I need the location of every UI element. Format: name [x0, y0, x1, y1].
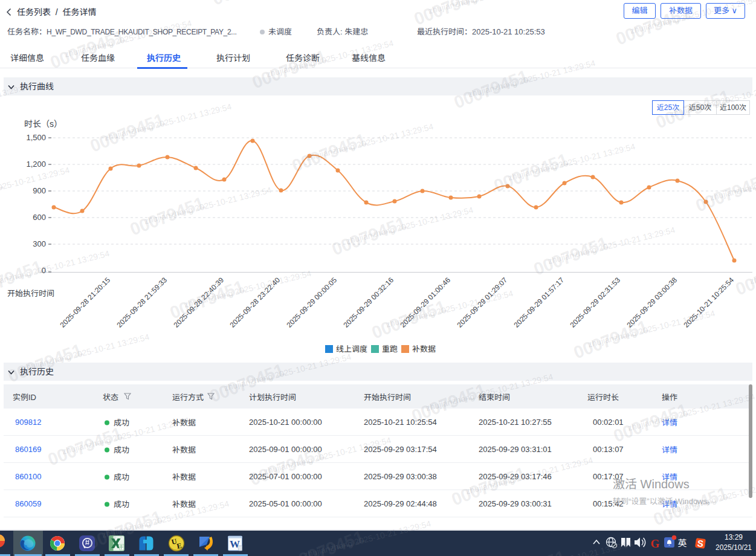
svg-text:2025-09-29 00:00:05: 2025-09-29 00:00:05	[285, 276, 338, 329]
svg-text:0: 0	[42, 266, 46, 275]
svg-text:线上调度: 线上调度	[336, 344, 367, 354]
svg-text:1,200: 1,200	[26, 160, 46, 169]
svg-text:2025-09-29 01:29:07: 2025-09-29 01:29:07	[455, 276, 509, 329]
svg-text:英: 英	[677, 538, 687, 548]
svg-text:2025-09-28 21:59:33: 2025-09-28 21:59:33	[115, 276, 169, 329]
svg-text:300: 300	[33, 239, 46, 248]
svg-text:G: G	[651, 537, 660, 550]
svg-text:2025-09-29 00:32:16: 2025-09-29 00:32:16	[341, 276, 395, 329]
svg-text:开始执行时间: 开始执行时间	[7, 289, 54, 298]
svg-text:2025-09-28 21:20:15: 2025-09-28 21:20:15	[58, 276, 112, 329]
svg-text:重跑: 重跑	[382, 344, 398, 354]
svg-text:600: 600	[33, 213, 46, 222]
svg-text:2025-09-28 23:22:40: 2025-09-28 23:22:40	[228, 276, 282, 329]
svg-text:1,500: 1,500	[26, 133, 46, 142]
svg-text:2025-09-29 01:57:17: 2025-09-29 01:57:17	[512, 276, 566, 329]
svg-text:补数据: 补数据	[412, 344, 436, 354]
svg-text:2025-09-29 01:00:46: 2025-09-29 01:00:46	[398, 276, 452, 329]
svg-text:W: W	[230, 538, 240, 550]
svg-text:900: 900	[33, 186, 46, 195]
svg-text:2025-09-29 02:31:53: 2025-09-29 02:31:53	[568, 276, 622, 329]
svg-text:2025-09-28 22:40:39: 2025-09-28 22:40:39	[172, 276, 225, 329]
svg-text:时长（s）: 时长（s）	[24, 119, 62, 129]
svg-text:2025-09-29 03:00:38: 2025-09-29 03:00:38	[625, 276, 679, 329]
svg-text:2025-10-21 10:25:54: 2025-10-21 10:25:54	[682, 276, 735, 329]
